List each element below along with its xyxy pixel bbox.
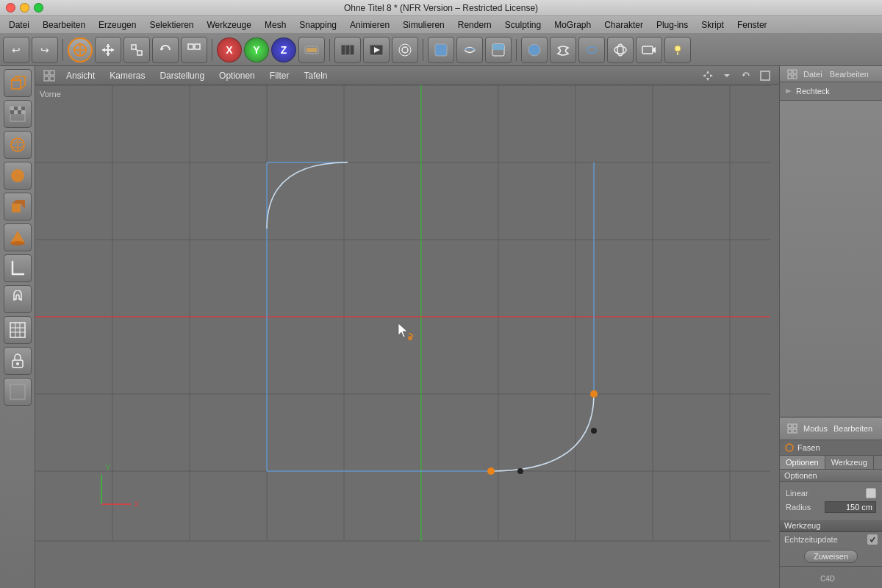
sphere-btn[interactable] <box>521 37 548 63</box>
svg-marker-7 <box>102 48 105 52</box>
rotate-button[interactable] <box>152 37 179 63</box>
axis-x-button[interactable]: X <box>217 37 242 62</box>
menu-bearbeiten[interactable]: Bearbeiten <box>37 18 91 32</box>
rp-bearbeiten2-label[interactable]: Bearbeiten <box>833 424 872 433</box>
vp-reset-icon[interactable] <box>738 68 754 84</box>
zuweisen-button[interactable]: Zuweisen <box>804 550 858 563</box>
tab-werkzeug[interactable]: Werkzeug <box>825 456 874 469</box>
svg-marker-82 <box>710 74 713 77</box>
menu-rendern[interactable]: Rendern <box>452 18 498 32</box>
axis-z-button[interactable]: Z <box>271 37 296 62</box>
rp-echtzeit-checkbox[interactable] <box>867 534 878 545</box>
svg-rect-85 <box>761 71 770 80</box>
window-controls[interactable] <box>6 3 43 12</box>
viewport-canvas[interactable]: Y X Vorne <box>35 85 779 588</box>
rp-echtzeit-label: Echtzeitupdаte <box>784 535 864 544</box>
camera-btn[interactable] <box>636 37 662 63</box>
rp-datei-label: Datei <box>803 70 822 79</box>
move-button[interactable] <box>95 37 121 63</box>
undo-button[interactable]: ↩ <box>3 37 29 63</box>
menu-mograph[interactable]: MoGraph <box>548 18 597 32</box>
vp-icon-grid[interactable] <box>41 68 57 84</box>
vp-menu-optionen[interactable]: Optionen <box>213 69 261 82</box>
twist-btn[interactable] <box>550 37 576 63</box>
rp-modus-label[interactable]: Modus <box>803 424 828 433</box>
svg-rect-53 <box>12 204 21 212</box>
svg-rect-120 <box>788 75 792 79</box>
coord-system-button[interactable] <box>298 37 325 63</box>
menu-fenster[interactable]: Fenster <box>731 18 773 32</box>
svg-rect-47 <box>18 110 21 114</box>
menu-charakter[interactable]: Charakter <box>598 18 649 32</box>
vp-down-icon[interactable] <box>719 68 735 84</box>
vp-fullscreen-icon[interactable] <box>757 68 773 84</box>
svg-text:C4D: C4D <box>820 575 835 583</box>
fx-btn[interactable] <box>607 37 634 63</box>
svg-rect-126 <box>793 429 797 433</box>
menu-skript[interactable]: Skript <box>695 18 730 32</box>
menu-erzeugen[interactable]: Erzeugen <box>93 18 142 32</box>
sidebar-grid-fine-icon[interactable] <box>4 378 32 406</box>
close-button[interactable] <box>6 3 15 12</box>
tab-optionen[interactable]: Optionen <box>780 456 825 469</box>
vp-menu-kameras[interactable]: Kameras <box>104 69 151 82</box>
menu-simulieren[interactable]: Simulieren <box>397 18 451 32</box>
select-live-button[interactable] <box>68 37 93 62</box>
rp-linear-label: Linear <box>786 489 863 498</box>
record-button[interactable] <box>334 37 361 63</box>
menu-datei[interactable]: Datei <box>3 18 35 32</box>
sidebar-cone-icon[interactable] <box>4 223 32 251</box>
view-wire-button[interactable] <box>456 37 483 63</box>
settings-button[interactable] <box>392 37 418 63</box>
svg-rect-42 <box>14 107 18 110</box>
light-btn[interactable] <box>664 37 691 63</box>
transform-button[interactable] <box>181 37 207 63</box>
sidebar-sphere-icon[interactable] <box>4 162 32 190</box>
maximize-button[interactable] <box>34 3 43 12</box>
scale-button[interactable] <box>123 37 150 63</box>
svg-rect-123 <box>788 424 792 428</box>
menu-sculpting[interactable]: Sculpting <box>499 18 547 32</box>
vp-menu-filter[interactable]: Filter <box>264 69 295 82</box>
toolbar-separator-4 <box>423 39 423 61</box>
sidebar-grid-icon[interactable] <box>4 316 32 344</box>
minimize-button[interactable] <box>20 3 29 12</box>
sidebar-mesh-icon[interactable] <box>4 131 32 159</box>
sidebar-lock-icon[interactable] <box>4 347 32 375</box>
menu-selektieren[interactable]: Selektieren <box>143 18 199 32</box>
sidebar-cube-icon[interactable] <box>4 69 32 97</box>
view-shaded-button[interactable] <box>485 37 512 63</box>
view-solid-button[interactable] <box>428 37 454 63</box>
svg-rect-45 <box>10 110 14 114</box>
rp-linear-checkbox[interactable] <box>866 488 876 498</box>
menu-werkzeuge[interactable]: Werkzeuge <box>201 18 257 32</box>
capsule-btn[interactable] <box>578 37 605 63</box>
rp-echtzeit-row: Echtzeitupdаte <box>780 532 882 547</box>
axis-y-button[interactable]: Y <box>244 37 269 62</box>
menu-plugins[interactable]: Plug-ins <box>650 18 694 32</box>
title-bar: Ohne Titel 8 * (NFR Version – Restricted… <box>0 0 882 16</box>
vp-navigate-icon[interactable] <box>700 68 716 84</box>
vp-menu-ansicht[interactable]: Ansicht <box>60 69 101 82</box>
rp-radius-input[interactable]: 150 cm <box>825 501 876 513</box>
toolbar-separator-5 <box>516 39 517 61</box>
rp-top-icon[interactable] <box>784 66 800 82</box>
vp-menu-tafeln[interactable]: Tafeln <box>298 69 333 82</box>
menu-animieren[interactable]: Animieren <box>344 18 395 32</box>
grid-svg: Y X <box>35 85 779 588</box>
toolbar-separator-3 <box>329 39 330 61</box>
sidebar-checker-icon[interactable] <box>4 100 32 128</box>
vp-menu-darstellung[interactable]: Darstellung <box>154 69 210 82</box>
svg-rect-46 <box>14 110 18 114</box>
menu-mesh[interactable]: Mesh <box>259 18 292 32</box>
sidebar-magnet-icon[interactable] <box>4 285 32 313</box>
svg-rect-76 <box>50 71 54 75</box>
play-button[interactable] <box>363 37 390 63</box>
menu-snapping[interactable]: Snapping <box>293 18 343 32</box>
sidebar-box-icon[interactable] <box>4 193 32 220</box>
redo-button[interactable]: ↪ <box>32 37 58 63</box>
left-sidebar <box>0 66 35 588</box>
svg-point-65 <box>16 362 19 365</box>
rp-object-item[interactable]: Rechteck <box>784 85 878 97</box>
sidebar-l-shape-icon[interactable] <box>4 254 32 282</box>
